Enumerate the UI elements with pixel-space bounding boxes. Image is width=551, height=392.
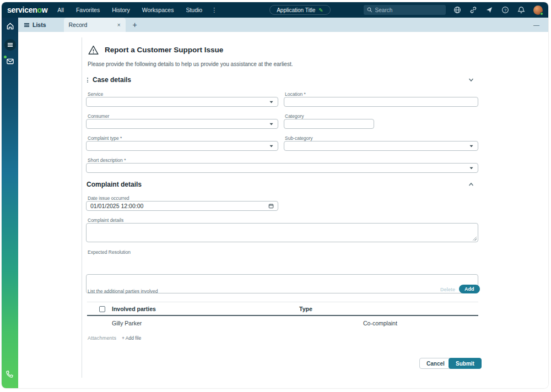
add-party-button[interactable]: Add [459,285,480,293]
calendar-icon[interactable] [268,203,274,209]
select-all-checkbox[interactable] [99,306,105,312]
field-label-complaint-details: Complaint details [88,217,123,223]
field-label-category: Category [285,113,304,119]
top-nav-bar: servicenow All Favorites History Workspa… [2,2,548,18]
short-description-select[interactable] [86,163,478,173]
nav-item-workspaces[interactable]: Workspaces [142,7,174,13]
top-right-icons: ? [453,6,543,15]
caret-down-icon [469,166,474,171]
submit-button[interactable]: Submit [449,358,482,369]
inbox-button[interactable] [6,57,14,68]
logo-text-end: w [42,6,48,14]
section-handle-icon [87,78,88,83]
field-label-expected-resolution: Expected Resolution [88,249,131,255]
mail-icon [6,57,14,66]
menu-list-button[interactable] [4,39,16,51]
pointer-icon[interactable] [485,6,493,14]
tab-close-icon[interactable]: × [117,22,121,28]
lists-panel-toggle[interactable]: Lists [24,21,46,28]
nav-item-favorites[interactable]: Favorites [76,7,100,13]
top-nav-menu: All Favorites History Workspaces Studio [57,7,202,13]
left-sidebar [2,18,18,388]
service-select[interactable] [86,97,278,107]
caret-down-icon [269,122,274,127]
tab-record[interactable]: Record × [64,18,126,32]
table-header-border [87,315,478,316]
report-issue-form: Report a Customer Support Issue Please p… [82,37,489,378]
logo-text: servicen [7,6,37,14]
location-input[interactable] [284,97,478,107]
svg-text:?: ? [504,8,506,13]
table-row-party[interactable]: Gilly Parker [112,320,142,326]
warning-triangle-icon [88,45,99,56]
page-subtitle: Please provide the following details to … [88,61,293,67]
table-top-border [87,302,478,302]
phone-icon[interactable] [6,370,14,378]
caret-down-icon [469,144,474,149]
edit-pencil-icon: ✎ [318,7,323,13]
presence-status-dot [540,12,543,15]
chevron-up-icon[interactable] [468,181,474,188]
application-title-pill[interactable]: Application Title ✎ [269,5,330,15]
notifications-bell-icon[interactable] [517,6,525,14]
field-label-complaint-type: Complaint type * [88,135,122,141]
column-header-type[interactable]: Type [299,306,312,312]
record-form-canvas: Report a Customer Support Issue Please p… [18,32,548,388]
add-file-button[interactable]: + Add file [122,335,141,341]
inbox-badge-dot [4,56,7,58]
page-title: Report a Customer Support Issue [105,46,223,54]
application-title-label: Application Title [277,7,315,13]
field-label-sub-category: Sub-category [285,135,313,141]
sub-category-select[interactable] [284,141,478,151]
new-tab-button[interactable]: + [133,20,137,29]
caret-down-icon [269,100,274,105]
chevron-down-icon[interactable] [468,77,474,83]
parties-list-label: List the additional parties involved [88,288,158,294]
search-input[interactable] [375,7,436,13]
category-input[interactable] [284,119,374,129]
workspace-tab-bar: Lists Record × + — [18,18,548,32]
globe-icon[interactable] [453,6,461,14]
field-label-location: Location * [285,91,306,97]
search-icon [367,7,372,13]
minimize-panel-icon[interactable]: — [533,21,539,28]
resize-grip-icon[interactable] [473,237,477,241]
field-label-consumer: Consumer [88,113,109,119]
consumer-select[interactable] [86,119,278,129]
date-issue-field[interactable]: 01/01/2025 12:00:00 [86,201,278,211]
cancel-button[interactable]: Cancel [419,358,452,369]
nav-item-studio[interactable]: Studio [186,7,202,13]
logo-green-o: o [37,6,41,14]
table-row-type[interactable]: Co-complaint [363,320,397,326]
hamburger-icon [24,22,30,28]
field-label-service: Service [88,91,103,97]
field-label-short-description: Short description * [88,157,126,163]
servicenow-logo[interactable]: servicenow [7,6,47,14]
nav-item-all[interactable]: All [57,7,64,13]
column-header-involved-parties[interactable]: Involved parties [112,306,156,312]
list-icon [7,42,13,48]
home-icon[interactable] [6,22,14,30]
caret-down-icon [269,144,274,149]
complaint-details-textarea[interactable] [86,223,478,242]
attachments-label: Attachments [88,335,116,341]
section-title-complaint-details: Complaint details [87,181,142,188]
user-avatar[interactable] [533,6,543,15]
complaint-type-select[interactable] [86,141,278,151]
help-icon[interactable]: ? [501,6,509,14]
tab-record-label: Record [69,21,88,28]
date-issue-value: 01/01/2025 12:00:00 [90,203,143,209]
field-label-date-issue: Date issue occurred [88,195,129,201]
app-window: servicenow All Favorites History Workspa… [2,2,548,388]
lists-label: Lists [33,21,46,28]
delete-party-button[interactable]: Delete [440,287,455,292]
section-title-case-details: Case details [93,76,131,84]
more-menu-icon[interactable]: ⋮ [211,7,217,14]
nav-item-history[interactable]: History [112,7,130,13]
link-icon[interactable] [469,6,477,14]
global-search[interactable] [364,5,446,15]
